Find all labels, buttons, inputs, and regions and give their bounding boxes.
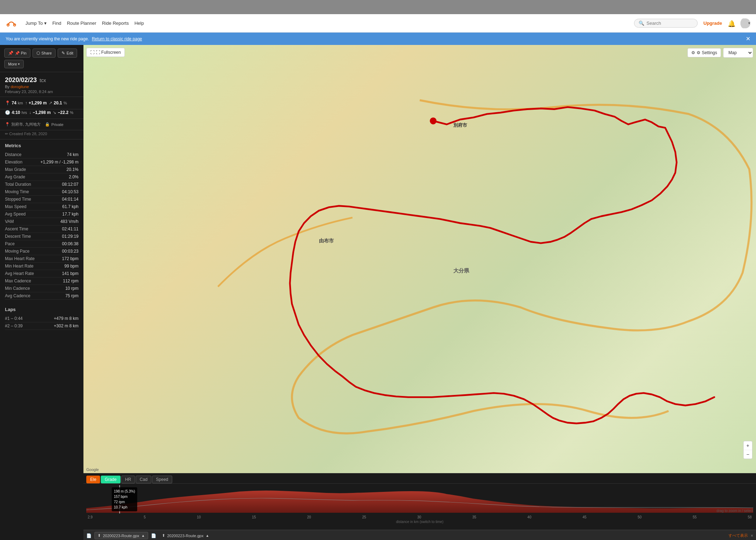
route-author: By dorogitune (5, 85, 78, 89)
metric-row: Min Cadence10 rpm (5, 285, 78, 292)
nav-jump-to[interactable]: Jump To ▾ (25, 21, 47, 26)
chart-area[interactable]: 198 m (5.3%) 157 bpm 72 rpm 10.7 kph (83, 484, 756, 519)
metric-value: 112 rpm (63, 278, 78, 283)
tab-grade[interactable]: Grade (101, 476, 120, 483)
lap-label: #2 – 0:39 (5, 323, 23, 328)
banner-close-button[interactable]: ✕ (746, 35, 750, 42)
search-icon: 🔍 (639, 21, 644, 26)
avatar[interactable]: ▾ (740, 18, 750, 28)
file-bar-close-button[interactable]: × (751, 533, 753, 538)
metric-value: 04:10:53 (62, 189, 78, 194)
banner-message: You are currently viewing the new ride p… (6, 36, 89, 41)
google-logo: Google (86, 467, 99, 472)
nav-find[interactable]: Find (52, 21, 61, 26)
zoom-in-button[interactable]: + (744, 441, 752, 450)
tab-hr[interactable]: HR (121, 476, 135, 483)
fullscreen-icon: ⛶ (90, 50, 94, 55)
metric-row: Max Cadence112 rpm (5, 277, 78, 285)
metric-label: Min Cadence (5, 286, 30, 291)
file-icon-1: 📄 (86, 533, 92, 538)
tooltip-elevation: 198 m (5.3%) (114, 489, 135, 494)
metric-value: 483 Vm/h (60, 219, 78, 224)
laps-title: Laps (5, 307, 78, 312)
x-axis-label: distance in km (switch to time) (86, 520, 753, 524)
metric-row: Total Duration08:12:07 (5, 181, 78, 188)
x-axis-labels: 2.951015202530354045505558 (86, 515, 753, 519)
navbar: Jump To ▾ Find Route Planner Ride Report… (0, 14, 756, 33)
logo[interactable] (6, 20, 17, 27)
elevation-loss-stat: ↓ −1,298 m (29, 110, 51, 115)
route-type: tcx (40, 77, 46, 83)
metric-value: 02:41:11 (62, 226, 78, 231)
lap-label: #1 – 0:44 (5, 316, 23, 321)
lap-stats: +302 m 8 km (54, 323, 78, 328)
lap-stats: +479 m 8 km (54, 316, 78, 321)
tooltip-rpm: 72 rpm (114, 499, 135, 505)
edit-button[interactable]: ✎ Edit (58, 48, 77, 58)
pin-icon: 📌 (8, 51, 13, 56)
chart-tooltip: 198 m (5.3%) 157 bpm 72 rpm 10.7 kph (112, 487, 137, 511)
map-toolbar-right: ⚙ ⚙ Settings Map Satellite Terrain (687, 48, 753, 58)
grade-down-value: −22.2 (58, 110, 68, 115)
metric-label: Max Grade (5, 167, 26, 172)
metric-value: 61.7 kph (62, 204, 78, 209)
metric-label: Pace (5, 241, 14, 246)
lock-icon: 🔒 (45, 122, 50, 127)
main-content: 📌 📌 Pin ⬡ Share ✎ Edit More ▾ 2020/02/23… (0, 45, 756, 540)
zoom-out-button[interactable]: − (744, 450, 752, 459)
metric-value: 00:06:38 (62, 241, 78, 246)
metric-row: Descent Time01:29:19 (5, 233, 78, 240)
elevation-loss-icon: ↓ (29, 110, 31, 115)
search-bar[interactable]: 🔍 (634, 19, 698, 28)
file-item-2[interactable]: ⬆ 20200223-Route.gpx ▲ (159, 532, 212, 539)
grade-down-stat: ↘ −22.2 % (53, 110, 73, 115)
upgrade-button[interactable]: Upgrade (703, 21, 722, 26)
author-link[interactable]: dorogitune (11, 85, 29, 89)
share-button[interactable]: ⬡ Share (33, 48, 56, 58)
tab-cad[interactable]: Cad (136, 476, 151, 483)
metric-label: VAM (5, 219, 14, 224)
metric-row: Max Speed61.7 kph (5, 203, 78, 211)
metric-label: Ascent Time (5, 226, 28, 231)
route-timestamp: February 23, 2020, 8:24 am (5, 90, 78, 94)
metric-value: 04:01:14 (62, 197, 78, 202)
notification-bell[interactable]: 🔔 (728, 20, 735, 27)
metric-value: 01:29:19 (62, 234, 78, 239)
metric-label: Avg Grade (5, 174, 25, 179)
show-all-button[interactable]: すべて表示 (728, 533, 748, 538)
metric-row: Moving Time04:10:53 (5, 188, 78, 196)
metric-label: Distance (5, 152, 22, 157)
metric-row: Max Heart Rate172 bpm (5, 255, 78, 263)
lap-row: #2 – 0:39+302 m 8 km (5, 322, 78, 330)
pin-button[interactable]: 📌 📌 Pin (4, 48, 30, 58)
metric-value: 172 bpm (62, 256, 78, 261)
top-gray-bar (0, 0, 756, 14)
metric-label: Max Heart Rate (5, 256, 35, 261)
nav-ride-reports[interactable]: Ride Reports (102, 21, 129, 26)
more-button[interactable]: More ▾ (4, 60, 24, 68)
metric-label: Avg Cadence (5, 293, 30, 298)
distance-unit: km (18, 101, 23, 105)
file-item-1[interactable]: ⬆ 20200223-Route.gpx ▲ (94, 532, 148, 539)
share-icon: ⬡ (36, 51, 40, 56)
metrics-rows: Distance74 kmElevation+1,299 m / -1,298 … (5, 151, 78, 300)
metric-label: Descent Time (5, 234, 31, 239)
chevron-down-icon: ▾ (18, 62, 20, 66)
fullscreen-button[interactable]: ⛶ ⛶ Fullscreen (86, 48, 125, 57)
metrics-section: Metrics Distance74 kmElevation+1,299 m /… (0, 139, 83, 303)
tab-speed[interactable]: Speed (152, 476, 172, 483)
tab-ele[interactable]: Ele (86, 476, 100, 483)
classic-page-link[interactable]: Return to classic ride page (92, 36, 142, 41)
settings-button[interactable]: ⚙ ⚙ Settings (687, 48, 721, 57)
nav-route-planner[interactable]: Route Planner (67, 21, 96, 26)
distance-stat: 📍 74 km (5, 100, 23, 105)
metric-value: 00:03:23 (62, 249, 78, 254)
map-type-select[interactable]: Map Satellite Terrain (723, 48, 753, 58)
nav-help[interactable]: Help (134, 21, 144, 26)
metric-row: Min Heart Rate99 bpm (5, 263, 78, 270)
metrics-title: Metrics (5, 143, 78, 148)
map-container[interactable]: 別府市 由布市 大分県 ⛶ ⛶ Fullscreen (83, 45, 756, 473)
search-input[interactable] (646, 21, 689, 26)
file-bar: 📄 ⬆ 20200223-Route.gpx ▲ 📄 ⬆ 20200223-Ro… (83, 530, 756, 540)
metric-value: 20.1% (66, 167, 78, 172)
